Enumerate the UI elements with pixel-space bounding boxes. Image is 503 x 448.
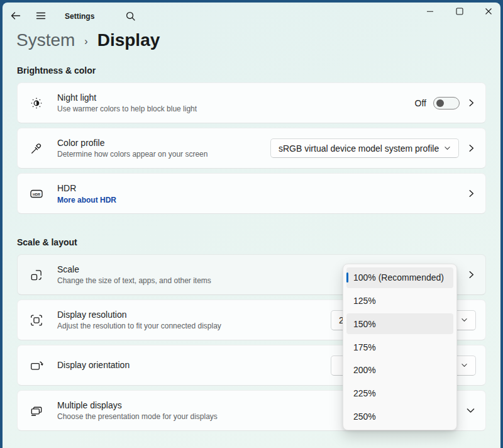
display-resolution-subtitle: Adjust the resolution to fit your connec… bbox=[57, 322, 221, 330]
color-profile-icon bbox=[29, 142, 44, 155]
color-profile-select[interactable]: sRGB virtual device model system profile bbox=[270, 138, 459, 158]
display-orientation-icon bbox=[29, 359, 44, 372]
scale-dropdown-flyout: 100% (Recommended) 125% 150% 175% 200% 2… bbox=[343, 264, 457, 430]
chevron-right-icon bbox=[467, 270, 476, 279]
multiple-displays-title: Multiple displays bbox=[57, 400, 218, 411]
chevron-down-icon bbox=[443, 144, 451, 152]
scale-option-175[interactable]: 175% bbox=[346, 337, 453, 357]
more-about-hdr-link[interactable]: More about HDR bbox=[57, 196, 116, 204]
display-resolution-icon bbox=[29, 313, 44, 327]
multiple-displays-subtitle: Choose the presentation mode for your di… bbox=[57, 412, 218, 421]
scale-option-label: 250% bbox=[353, 412, 376, 422]
app-title: Settings bbox=[65, 12, 94, 21]
settings-window: Settings System › Display Brightness & c… bbox=[3, 3, 500, 448]
scale-option-label: 225% bbox=[353, 388, 376, 398]
back-button[interactable] bbox=[8, 8, 24, 24]
scale-subtitle: Change the size of text, apps, and other… bbox=[57, 276, 211, 285]
night-light-icon bbox=[29, 96, 44, 110]
scale-option-label: 200% bbox=[353, 365, 376, 375]
chevron-down-icon bbox=[460, 361, 468, 369]
display-resolution-title: Display resolution bbox=[57, 310, 221, 320]
hamburger-menu-icon bbox=[35, 9, 47, 22]
scale-option-250[interactable]: 250% bbox=[346, 406, 453, 427]
close-icon bbox=[484, 6, 494, 16]
color-profile-select-value: sRGB virtual device model system profile bbox=[279, 143, 443, 154]
maximize-button[interactable] bbox=[451, 3, 468, 20]
page-title: Display bbox=[97, 30, 160, 50]
color-profile-subtitle: Determine how colors appear on your scre… bbox=[57, 150, 207, 159]
close-button[interactable] bbox=[480, 3, 497, 20]
scale-option-label: 125% bbox=[353, 296, 376, 306]
navigation-menu-button[interactable] bbox=[33, 8, 49, 24]
color-profile-row[interactable]: Color profile Determine how colors appea… bbox=[17, 128, 486, 169]
hdr-row[interactable]: HDR HDR More about HDR bbox=[17, 173, 486, 214]
scale-option-label: 150% bbox=[353, 319, 376, 329]
hdr-title: HDR bbox=[57, 183, 116, 194]
scale-icon bbox=[29, 268, 44, 282]
search-button[interactable] bbox=[122, 8, 138, 24]
section-header-brightness-color: Brightness & color bbox=[17, 65, 96, 76]
minimize-button[interactable] bbox=[422, 3, 438, 20]
scale-option-125[interactable]: 125% bbox=[346, 291, 453, 311]
search-icon bbox=[124, 10, 136, 22]
scale-title: Scale bbox=[57, 264, 211, 275]
toggle-knob bbox=[436, 99, 444, 107]
breadcrumb: System › Display bbox=[16, 30, 160, 50]
chevron-right-icon bbox=[467, 98, 476, 108]
back-icon bbox=[9, 9, 22, 22]
section-header-scale-layout: Scale & layout bbox=[17, 237, 77, 247]
scale-option-225[interactable]: 225% bbox=[346, 383, 453, 404]
scale-option-200[interactable]: 200% bbox=[346, 360, 453, 381]
display-orientation-title: Display orientation bbox=[57, 360, 130, 371]
expander-chevron-down-icon[interactable] bbox=[465, 405, 476, 416]
chevron-down-icon bbox=[460, 316, 468, 324]
night-light-subtitle: Use warmer colors to help block blue lig… bbox=[57, 104, 197, 113]
multiple-displays-icon bbox=[29, 404, 44, 418]
scale-option-label: 175% bbox=[353, 342, 376, 352]
selected-accent-bar bbox=[346, 272, 348, 283]
night-light-toggle-label: Off bbox=[415, 98, 426, 108]
breadcrumb-separator: › bbox=[84, 36, 87, 47]
scale-option-label: 100% (Recommended) bbox=[353, 272, 444, 283]
scale-option-100[interactable]: 100% (Recommended) bbox=[346, 267, 453, 288]
minimize-icon bbox=[425, 6, 435, 16]
hdr-icon: HDR bbox=[29, 187, 44, 201]
chevron-right-icon bbox=[467, 189, 476, 198]
night-light-row[interactable]: Night light Use warmer colors to help bl… bbox=[17, 82, 486, 123]
night-light-toggle[interactable] bbox=[433, 97, 460, 109]
chevron-right-icon bbox=[467, 143, 476, 153]
night-light-title: Night light bbox=[57, 92, 197, 103]
scale-option-150[interactable]: 150% bbox=[346, 313, 453, 334]
breadcrumb-system[interactable]: System bbox=[16, 30, 75, 50]
maximize-icon bbox=[455, 6, 465, 16]
svg-text:HDR: HDR bbox=[33, 192, 40, 196]
color-profile-title: Color profile bbox=[57, 138, 207, 148]
